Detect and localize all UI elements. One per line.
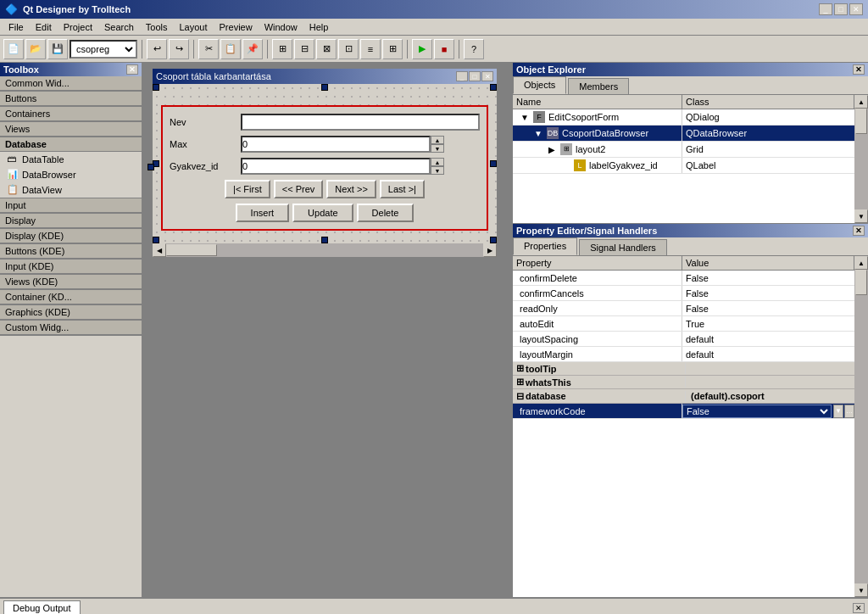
layout-button[interactable]: ≡ xyxy=(360,39,381,59)
paste-button[interactable]: 📌 xyxy=(242,39,263,59)
toolbox-section-input-header[interactable]: Input xyxy=(0,198,142,213)
debug-output-tab[interactable]: Debug Output xyxy=(3,600,81,614)
toolbox-section-buttons-header[interactable]: Buttons xyxy=(0,92,142,106)
scroll-up-button[interactable]: ▲ xyxy=(854,95,868,109)
first-button[interactable]: |< First xyxy=(225,180,270,198)
h-scroll-right[interactable]: ▶ xyxy=(483,243,497,257)
next-button[interactable]: Next >> xyxy=(326,180,376,198)
tab-signal-handlers[interactable]: Signal Handlers xyxy=(579,239,667,255)
update-button[interactable]: Update xyxy=(292,204,353,222)
menu-layout[interactable]: Layout xyxy=(175,21,213,33)
align-center-button[interactable]: ⊟ xyxy=(294,39,314,59)
toolbox-section-container-kde-header[interactable]: Container (KD... xyxy=(0,290,142,304)
scroll-thumb[interactable] xyxy=(855,109,867,134)
tab-members[interactable]: Members xyxy=(568,78,629,94)
stop-button[interactable]: ■ xyxy=(434,39,454,59)
h-scroll-left[interactable]: ◀ xyxy=(153,243,166,257)
handle-mid-right[interactable] xyxy=(490,160,497,167)
handle-bottom-left[interactable] xyxy=(153,237,159,243)
toolbox-item-dataview[interactable]: 📋 DataView xyxy=(0,182,142,198)
handle-top-right[interactable] xyxy=(490,84,497,91)
toolbox-section-views-header[interactable]: Views xyxy=(0,122,142,137)
toolbox-section-input-kde-header[interactable]: Input (KDE) xyxy=(0,260,142,274)
scroll-track[interactable] xyxy=(854,109,868,209)
prop-extra-btn-2[interactable]: … xyxy=(844,405,854,418)
toolbox-section-buttons-kde-header[interactable]: Buttons (KDE) xyxy=(0,244,142,259)
menu-file[interactable]: File xyxy=(3,21,29,33)
prop-row-readonly[interactable]: readOnly False xyxy=(513,301,854,316)
section-handle[interactable] xyxy=(147,164,154,170)
spin-gyakvez-down[interactable]: ▼ xyxy=(431,166,444,175)
copy-button[interactable]: 📋 xyxy=(220,39,241,59)
prop-row-confirmcancels[interactable]: confirmCancels False xyxy=(513,286,854,301)
toolbox-section-custom-header[interactable]: Custom Widg... xyxy=(0,321,142,335)
open-button[interactable]: 📂 xyxy=(25,39,46,59)
scroll-down-button[interactable]: ▼ xyxy=(854,209,868,223)
toolbox-section-display-header[interactable]: Display xyxy=(0,214,142,228)
prop-group-whatsthis[interactable]: ⊞ whatsThis xyxy=(513,376,854,389)
handle-bottom-right[interactable] xyxy=(490,237,497,243)
frameworkcode-select[interactable]: False xyxy=(682,405,832,418)
menu-project[interactable]: Project xyxy=(58,21,97,33)
prop-extra-btn-1[interactable]: ▼ xyxy=(833,405,843,418)
handle-bottom-center[interactable] xyxy=(321,237,328,243)
toolbox-item-databrowser[interactable]: 📊 DataBrowser xyxy=(0,167,142,182)
cut-button[interactable]: ✂ xyxy=(198,39,219,59)
input-nev[interactable] xyxy=(241,114,480,131)
redo-button[interactable]: ↪ xyxy=(169,39,189,59)
handle-top-center[interactable] xyxy=(321,84,328,91)
menu-preview[interactable]: Preview xyxy=(214,21,258,33)
maximize-button[interactable]: □ xyxy=(834,3,848,15)
tree-row-editcsoportform[interactable]: ▼ F EditCsoportForm QDialog xyxy=(513,109,854,126)
toolbox-section-graphics-kde-header[interactable]: Graphics (KDE) xyxy=(0,305,142,320)
align-justify-button[interactable]: ⊡ xyxy=(338,39,359,59)
close-button[interactable]: ✕ xyxy=(849,3,863,15)
tab-properties[interactable]: Properties xyxy=(513,237,577,255)
menu-tools[interactable]: Tools xyxy=(141,21,173,33)
form-minimize-button[interactable]: _ xyxy=(456,71,468,81)
h-scroll-track[interactable] xyxy=(166,243,483,257)
new-button[interactable]: 📄 xyxy=(3,39,24,59)
prop-row-confirmdelete[interactable]: confirmDelete False xyxy=(513,271,854,286)
undo-button[interactable]: ↩ xyxy=(147,39,167,59)
align-left-button[interactable]: ⊞ xyxy=(272,39,292,59)
spin-gyakvez-up[interactable]: ▲ xyxy=(431,158,444,166)
delete-button[interactable]: Delete xyxy=(357,204,415,222)
minimize-button[interactable]: _ xyxy=(819,3,832,15)
output-close-button[interactable]: ✕ xyxy=(853,603,865,613)
handle-top-left[interactable] xyxy=(153,84,159,91)
prop-scroll-up[interactable]: ▲ xyxy=(854,256,868,270)
last-button[interactable]: Last >| xyxy=(380,180,425,198)
spin-max-down[interactable]: ▼ xyxy=(431,144,444,153)
tree-row-csoportdatabrowser[interactable]: ▼ DB CsoportDataBrowser QDataBrowser xyxy=(513,126,854,142)
form-maximize-button[interactable]: □ xyxy=(469,71,481,81)
tab-objects[interactable]: Objects xyxy=(513,76,566,94)
help-button[interactable]: ? xyxy=(464,39,484,59)
prop-scroll-track[interactable] xyxy=(854,270,868,583)
h-scroll-thumb[interactable] xyxy=(166,244,217,256)
prop-value-frameworkcode[interactable]: False ▼ … xyxy=(682,404,854,418)
toolbox-close-button[interactable]: ✕ xyxy=(126,64,138,75)
prop-scroll-down[interactable]: ▼ xyxy=(854,583,868,597)
toolbox-section-common-header[interactable]: Common Wid... xyxy=(0,76,142,91)
prop-group-database[interactable]: ⊟ database (default).csoport xyxy=(513,389,854,404)
toolbox-database-header[interactable]: Database xyxy=(0,137,142,152)
tree-row-layout2[interactable]: ▶ ⊞ layout2 Grid xyxy=(513,142,854,158)
prop-row-autoedit[interactable]: autoEdit True xyxy=(513,316,854,332)
menu-search[interactable]: Search xyxy=(99,21,139,33)
grid-button[interactable]: ⊞ xyxy=(382,39,403,59)
canvas-area[interactable]: Csoport tábla karbantartása _ □ ✕ xyxy=(142,63,512,597)
prop-row-layoutspacing[interactable]: layoutSpacing default xyxy=(513,332,854,347)
insert-button[interactable]: Insert xyxy=(236,204,290,222)
prop-scroll-thumb[interactable] xyxy=(855,270,867,295)
align-right-button[interactable]: ⊠ xyxy=(316,39,337,59)
spin-max-up[interactable]: ▲ xyxy=(431,136,444,144)
menu-edit[interactable]: Edit xyxy=(31,21,57,33)
save-button[interactable]: 💾 xyxy=(47,39,68,59)
prop-row-frameworkcode[interactable]: frameworkCode False ▼ … xyxy=(513,404,854,419)
toolbox-section-views-kde-header[interactable]: Views (KDE) xyxy=(0,275,142,289)
menu-help[interactable]: Help xyxy=(304,21,334,33)
input-gyakvez[interactable] xyxy=(241,158,431,175)
toolbox-item-datatable[interactable]: 🗃 DataTable xyxy=(0,152,142,167)
prop-row-layoutmargin[interactable]: layoutMargin default xyxy=(513,347,854,362)
